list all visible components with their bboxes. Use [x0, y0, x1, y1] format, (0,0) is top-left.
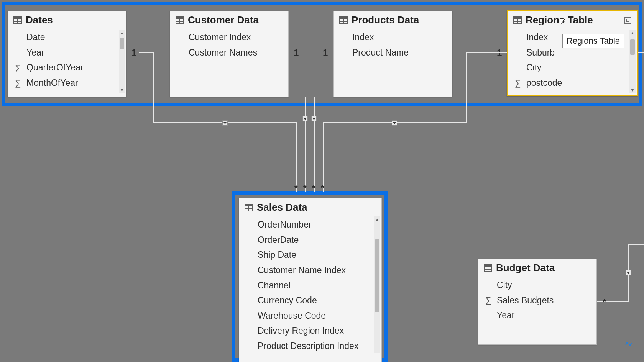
table-icon	[245, 204, 253, 211]
relationship-line[interactable]	[628, 244, 644, 245]
relationship-line[interactable]	[305, 97, 306, 192]
table-products[interactable]: Products Data Index Product Name	[334, 11, 452, 97]
table-icon	[513, 16, 522, 24]
field[interactable]: Date	[8, 30, 126, 45]
field[interactable]: ∑postcode	[508, 75, 637, 91]
cardinality-many: *	[321, 183, 324, 193]
scrollbar[interactable]: ▲ ▼	[119, 30, 125, 93]
field[interactable]: Channel	[239, 278, 381, 293]
relationship-line[interactable]	[466, 52, 467, 123]
relationship-line[interactable]	[597, 301, 629, 302]
table-icon	[339, 16, 348, 24]
table-title: Products Data	[352, 14, 419, 26]
field[interactable]: Year	[8, 45, 126, 61]
sigma-icon: ∑	[515, 77, 521, 90]
relationship-direction-icon	[302, 116, 308, 121]
relationship-line[interactable]	[466, 52, 507, 53]
cardinality-many: *	[312, 183, 315, 193]
relationship-line[interactable]	[153, 52, 154, 123]
cursor-icon	[560, 20, 561, 26]
field[interactable]: Year	[478, 308, 596, 323]
field[interactable]: Warehouse Code	[239, 308, 381, 324]
relationship-direction-icon	[222, 120, 228, 126]
field[interactable]: Index	[334, 30, 452, 45]
table-title: Customer Data	[188, 14, 259, 26]
cardinality-one: 1	[294, 48, 299, 58]
scroll-thumb[interactable]	[120, 38, 124, 49]
table-icon	[13, 16, 22, 24]
sigma-icon: ∑	[15, 61, 21, 74]
table-icon	[484, 264, 492, 272]
scroll-up-icon[interactable]: ▲	[374, 216, 380, 223]
field[interactable]: Customer Index	[170, 30, 288, 45]
scroll-thumb[interactable]	[375, 239, 380, 312]
relationship-line[interactable]	[139, 52, 154, 53]
table-dates[interactable]: Dates Date Year ∑QuarterOfYear ∑MonthOfY…	[8, 11, 127, 97]
scrollbar[interactable]: ▲	[374, 216, 380, 353]
table-title: Regions Table	[526, 14, 593, 26]
scroll-up-icon[interactable]: ▲	[629, 30, 636, 36]
table-title: Budget Data	[496, 262, 555, 274]
cardinality-one: 1	[131, 48, 136, 58]
field[interactable]: City	[478, 278, 596, 293]
relationship-direction-icon	[311, 116, 317, 121]
scroll-down-icon[interactable]: ▼	[629, 87, 636, 93]
field[interactable]: OrderDate	[239, 233, 381, 248]
field[interactable]: Customer Names	[170, 45, 288, 61]
table-sales[interactable]: Sales Data OrderNumber OrderDate Ship Da…	[239, 198, 382, 362]
field[interactable]: Ship Date	[239, 247, 381, 263]
field[interactable]: ∑QuarterOfYear	[8, 60, 126, 75]
fit-to-screen-icon[interactable]	[624, 339, 633, 349]
expand-table-icon[interactable]	[624, 17, 631, 24]
field[interactable]: City	[508, 60, 637, 75]
table-title: Sales Data	[257, 201, 307, 213]
tooltip-regions: Regions Table	[562, 34, 624, 48]
field[interactable]: Product Name	[334, 45, 452, 61]
table-icon	[176, 16, 184, 24]
table-budget[interactable]: Budget Data City ∑Sales Budgets Year	[478, 259, 597, 345]
field[interactable]: Customer Name Index	[239, 263, 381, 278]
field[interactable]: Currency Code	[239, 293, 381, 308]
relationship-line[interactable]	[296, 122, 297, 192]
field[interactable]: ∑MonthOfYear	[8, 75, 126, 91]
field[interactable]: ∑Sales Budgets	[478, 293, 596, 308]
field[interactable]: Product Description Index	[239, 339, 381, 354]
field[interactable]: OrderNumber	[239, 217, 381, 233]
cardinality-one: 1	[323, 48, 328, 58]
sigma-icon: ∑	[15, 77, 21, 90]
relationship-direction-icon	[392, 120, 397, 126]
scrollbar[interactable]: ▲ ▼	[629, 30, 636, 93]
scroll-up-icon[interactable]: ▲	[119, 30, 125, 36]
table-title: Dates	[26, 14, 53, 26]
cardinality-many: *	[303, 183, 307, 193]
field[interactable]: Delivery Region Index	[239, 323, 381, 339]
scroll-down-icon[interactable]: ▼	[119, 87, 125, 93]
relationship-line[interactable]	[638, 52, 644, 53]
table-regions[interactable]: Regions Table Index Suburb City ∑postcod…	[507, 10, 638, 96]
relationship-direction-icon	[626, 270, 631, 275]
sigma-icon: ∑	[485, 294, 491, 307]
scroll-thumb[interactable]	[630, 39, 635, 55]
relationship-line[interactable]	[323, 122, 324, 192]
relationship-line[interactable]	[314, 97, 315, 192]
cardinality-many: *	[603, 297, 606, 307]
cardinality-many: *	[294, 183, 298, 193]
table-customer[interactable]: Customer Data Customer Index Customer Na…	[170, 11, 289, 97]
